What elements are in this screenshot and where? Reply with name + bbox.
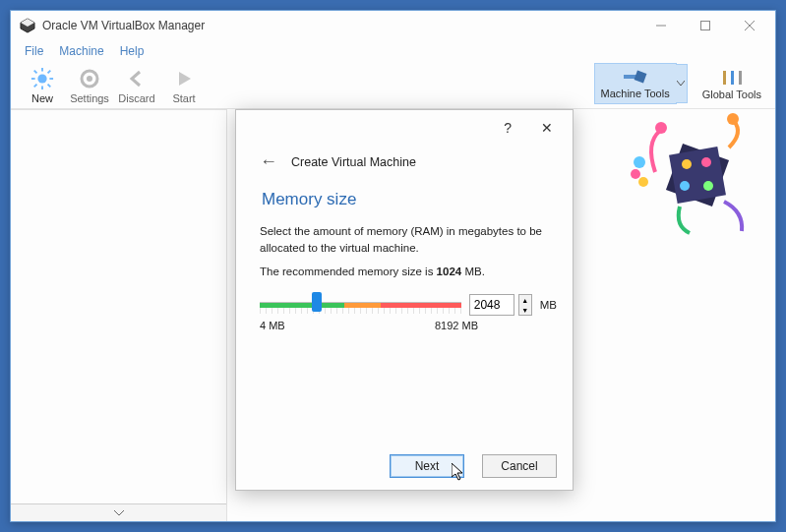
hammer-icon — [622, 68, 649, 88]
new-button[interactable]: New — [19, 67, 66, 104]
minimize-button[interactable] — [638, 11, 683, 40]
svg-rect-20 — [731, 71, 734, 85]
global-tools-label: Global Tools — [702, 89, 761, 100]
svg-point-25 — [701, 157, 711, 167]
memory-instructions: Select the amount of memory (RAM) in meg… — [260, 223, 557, 256]
section-title: Memory size — [262, 190, 557, 209]
svg-point-27 — [703, 181, 713, 191]
svg-line-13 — [48, 71, 51, 74]
spin-up-icon[interactable]: ▲ — [519, 295, 531, 305]
memory-slider[interactable] — [260, 296, 461, 314]
back-arrow-icon[interactable]: ← — [260, 151, 277, 172]
svg-point-28 — [655, 122, 667, 134]
machine-tools-button[interactable]: Machine Tools — [594, 63, 677, 104]
svg-point-31 — [631, 169, 640, 179]
settings-label: Settings — [70, 92, 109, 104]
titlebar: Oracle VM VirtualBox Manager — [11, 11, 775, 40]
window-title: Oracle VM VirtualBox Manager — [42, 19, 638, 32]
dialog-title: Create Virtual Machine — [291, 155, 416, 169]
discard-label: Discard — [118, 92, 154, 104]
main-window: Oracle VM VirtualBox Manager File Machin… — [10, 10, 776, 522]
svg-point-29 — [727, 113, 739, 125]
svg-point-24 — [682, 159, 692, 169]
toolbar: New Settings Discard Start Machine Tools… — [11, 62, 775, 109]
memory-spinbox[interactable]: ▲ ▼ — [469, 294, 532, 316]
global-tools-button[interactable]: Global Tools — [696, 65, 767, 104]
discard-icon — [125, 67, 149, 90]
cancel-label: Cancel — [501, 459, 537, 473]
settings-button[interactable]: Settings — [66, 67, 113, 104]
memory-recommendation: The recommended memory size is 1024 MB. — [260, 264, 557, 280]
app-icon — [19, 17, 36, 34]
svg-point-16 — [87, 76, 92, 82]
svg-rect-3 — [700, 22, 709, 30]
svg-point-6 — [37, 74, 46, 83]
svg-line-12 — [48, 85, 51, 88]
welcome-illustration — [626, 113, 763, 241]
start-icon — [172, 67, 196, 90]
start-button[interactable]: Start — [160, 67, 208, 104]
svg-rect-19 — [723, 71, 726, 85]
memory-unit: MB — [540, 299, 557, 311]
reco-pre: The recommended memory size is — [260, 266, 437, 277]
sun-icon — [30, 67, 54, 90]
slider-max-label: 8192 MB — [435, 320, 478, 331]
discard-button[interactable]: Discard — [113, 67, 160, 104]
chevron-down-icon — [114, 510, 124, 516]
svg-line-14 — [34, 85, 37, 88]
next-label: Next — [415, 459, 440, 473]
gear-icon — [78, 67, 101, 90]
menubar: File Machine Help — [11, 40, 775, 62]
chevron-down-icon[interactable] — [676, 64, 688, 103]
slider-min-label: 4 MB — [260, 320, 285, 331]
vm-list-sidebar[interactable] — [11, 109, 227, 521]
start-label: Start — [172, 92, 195, 104]
close-button[interactable] — [727, 11, 771, 40]
menu-help[interactable]: Help — [114, 42, 151, 60]
svg-point-32 — [638, 177, 648, 187]
slider-thumb[interactable] — [312, 292, 322, 312]
new-label: New — [31, 92, 53, 104]
dialog-help-button[interactable]: ? — [504, 120, 512, 140]
machine-tools-label: Machine Tools — [601, 88, 670, 99]
reco-value: 1024 — [437, 266, 462, 277]
menu-machine[interactable]: Machine — [53, 42, 109, 60]
maximize-button[interactable] — [683, 11, 727, 40]
reco-post: MB. — [461, 266, 485, 277]
memory-input[interactable] — [469, 294, 514, 316]
svg-rect-21 — [739, 71, 742, 85]
spin-down-icon[interactable]: ▼ — [519, 305, 531, 315]
next-button[interactable]: Next — [390, 454, 464, 478]
sidebar-scroll-down[interactable] — [11, 503, 226, 521]
tools-icon — [719, 69, 745, 89]
svg-line-11 — [34, 71, 37, 74]
svg-rect-23 — [669, 147, 726, 204]
create-vm-dialog: ? ✕ ← Create Virtual Machine Memory size… — [235, 109, 574, 491]
svg-rect-18 — [634, 71, 646, 84]
svg-point-26 — [680, 181, 690, 191]
svg-point-30 — [634, 156, 645, 168]
menu-file[interactable]: File — [19, 42, 49, 60]
cancel-button[interactable]: Cancel — [482, 454, 557, 478]
dialog-close-button[interactable]: ✕ — [541, 120, 553, 140]
